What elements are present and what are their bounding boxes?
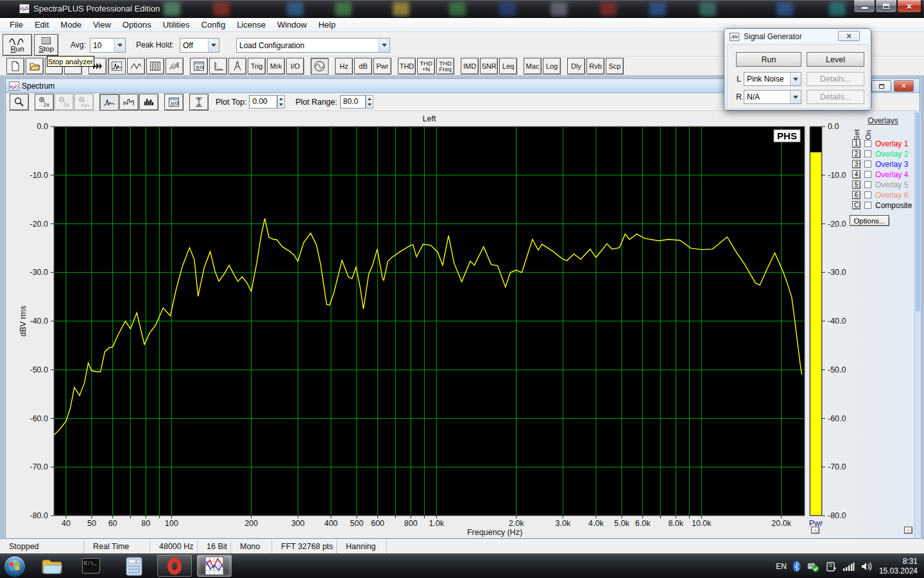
left-signal-select[interactable]: Pink Noise xyxy=(744,72,801,86)
io-button[interactable]: I/O xyxy=(286,58,304,74)
minimize-button[interactable] xyxy=(853,0,875,13)
maximize-button[interactable] xyxy=(875,0,897,13)
overlay-on-checkbox-5[interactable] xyxy=(864,181,871,188)
generator-run-button[interactable]: Run xyxy=(736,52,801,67)
overlay-on-checkbox-3[interactable] xyxy=(864,161,871,168)
avg-select[interactable]: 10 xyxy=(90,38,126,53)
menu-config[interactable]: Config xyxy=(196,19,232,31)
thd-button[interactable]: THD xyxy=(398,58,416,74)
run-button[interactable]: Run xyxy=(3,34,32,56)
menu-file[interactable]: File xyxy=(4,19,29,31)
zoom-out-2x-button[interactable]: 2X xyxy=(55,94,74,110)
menu-edit[interactable]: Edit xyxy=(29,19,55,31)
leq-button[interactable]: Leq xyxy=(499,58,517,74)
spectrogram-view-button[interactable] xyxy=(146,58,164,74)
imd-button[interactable]: IMD xyxy=(461,58,479,74)
plot-top-input[interactable]: 0.00 xyxy=(249,95,277,109)
bluetooth-icon[interactable] xyxy=(792,561,801,572)
plot-range-input[interactable]: 80.0 xyxy=(340,95,366,109)
menu-help[interactable]: Help xyxy=(312,19,341,31)
zoom-out-full-button[interactable]: FULL xyxy=(74,94,94,110)
stop-button[interactable]: Stop xyxy=(34,34,58,56)
overlay-set-button-4[interactable]: 4 xyxy=(852,170,860,179)
snr-button[interactable]: SNR xyxy=(480,58,498,74)
zoom-tool-button[interactable] xyxy=(10,94,29,110)
scaling-button[interactable] xyxy=(209,58,227,74)
display-options-button[interactable] xyxy=(164,94,184,110)
overlay-set-button-2[interactable]: 2 xyxy=(852,150,860,158)
spectrum-restore-button[interactable] xyxy=(871,80,891,92)
delay-button[interactable]: Dly xyxy=(567,58,585,74)
overlay-set-button-5[interactable]: 5 xyxy=(852,180,860,189)
menu-window[interactable]: Window xyxy=(271,19,312,31)
thd-freq-button[interactable]: THDFreq xyxy=(436,58,454,74)
overlay-set-button-1[interactable]: 1 xyxy=(852,139,860,148)
scrollbar-thumb[interactable] xyxy=(916,112,920,311)
safely-remove-icon[interactable] xyxy=(825,561,837,572)
time-series-view-button[interactable] xyxy=(127,58,145,74)
processing-settings-button[interactable] xyxy=(190,58,208,74)
panel-collapse-button[interactable]: – xyxy=(904,527,912,534)
frequency-units-button[interactable]: Hz xyxy=(335,58,353,74)
trigger-button[interactable]: Trig xyxy=(248,58,266,74)
calipers-button[interactable] xyxy=(228,58,246,74)
line-plot-button[interactable] xyxy=(99,94,119,110)
menu-license[interactable]: License xyxy=(231,19,271,31)
spectrum-plot[interactable]: Left0.0-10.0-20.0-30.0-40.0-50.0-60.0-70… xyxy=(6,111,920,538)
vertical-scrollbar[interactable] xyxy=(914,111,920,538)
menu-view[interactable]: View xyxy=(87,19,117,31)
taskbar-opera-button[interactable] xyxy=(157,555,192,577)
load-configuration-select[interactable]: Load Configuration xyxy=(236,38,390,53)
decibels-button[interactable]: dB xyxy=(354,58,372,74)
usb-device-icon[interactable] xyxy=(807,561,819,572)
clock[interactable]: 8:31 15.03.2024 xyxy=(879,557,921,576)
taskbar-calculator-button[interactable]: 0 xyxy=(126,557,142,576)
overlay-on-checkbox-c[interactable] xyxy=(864,202,871,209)
dropdown-arrow-icon[interactable] xyxy=(379,39,389,52)
peak-hold-select[interactable]: Off xyxy=(180,38,219,53)
dropdown-arrow-icon[interactable] xyxy=(790,91,801,103)
menu-mode[interactable]: Mode xyxy=(55,19,87,31)
overlay-on-checkbox-6[interactable] xyxy=(864,191,871,198)
overlay-set-button-3[interactable]: 3 xyxy=(852,160,860,168)
scope-button[interactable]: Scp xyxy=(606,58,624,74)
thd-n-button[interactable]: THD+N xyxy=(417,58,435,74)
taskbar-spectraplus-button[interactable] xyxy=(197,555,232,577)
signal-generator-titlebar[interactable]: Signal Generator xyxy=(730,32,802,41)
markers-button[interactable]: Mrk xyxy=(267,58,285,74)
overlay-on-checkbox-1[interactable] xyxy=(864,140,871,147)
dropdown-arrow-icon[interactable] xyxy=(790,73,801,85)
menu-options[interactable]: Options xyxy=(117,19,157,31)
dialog-close-button[interactable]: ✕ xyxy=(838,31,860,41)
step-plot-button[interactable] xyxy=(119,94,139,110)
spectrum-view-button[interactable] xyxy=(108,58,126,74)
right-signal-select[interactable]: N/A xyxy=(744,90,801,104)
meter-collapse-button[interactable]: – xyxy=(811,527,819,534)
generator-level-button[interactable]: Level xyxy=(807,52,864,67)
plot-range-spinner[interactable] xyxy=(366,95,373,109)
taskbar-cmd-button[interactable]: C:\_ xyxy=(82,558,100,574)
bar-plot-button[interactable] xyxy=(139,94,158,110)
right-details-button[interactable]: Details... xyxy=(807,90,864,104)
surface-view-button[interactable] xyxy=(166,58,184,74)
close-button[interactable]: × xyxy=(897,0,921,13)
macro-button[interactable]: Mac xyxy=(524,58,542,74)
network-signal-icon[interactable] xyxy=(843,562,855,571)
power-button[interactable]: Pwr xyxy=(373,58,391,74)
taskbar-explorer-button[interactable] xyxy=(41,557,63,575)
logging-button[interactable]: Log xyxy=(543,58,561,74)
overlay-set-button-c[interactable]: C xyxy=(852,201,860,209)
open-file-button[interactable] xyxy=(26,58,44,74)
zoom-in-2x-button[interactable]: 2X xyxy=(35,94,54,110)
amplitude-range-button[interactable] xyxy=(189,94,209,110)
plot-top-spinner[interactable] xyxy=(277,95,285,109)
left-details-button[interactable]: Details... xyxy=(807,72,864,86)
spectrum-close-button[interactable]: × xyxy=(894,80,914,92)
overlay-on-checkbox-4[interactable] xyxy=(864,171,871,178)
dropdown-arrow-icon[interactable] xyxy=(114,39,125,52)
language-indicator[interactable]: EN xyxy=(776,562,787,571)
new-file-button[interactable] xyxy=(6,58,24,74)
start-button[interactable] xyxy=(4,556,26,577)
menu-utilities[interactable]: Utilities xyxy=(157,19,196,31)
overlay-options-button[interactable]: Options... xyxy=(850,215,889,226)
